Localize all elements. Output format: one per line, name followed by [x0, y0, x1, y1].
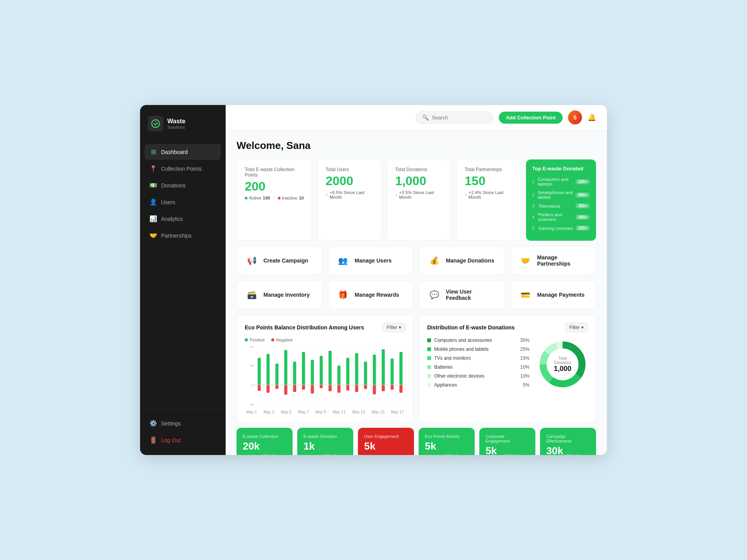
- manage-rewards-label: Manage Rewards: [355, 292, 399, 298]
- nav-item-donations[interactable]: 💵Donations: [145, 177, 221, 193]
- negative-legend-label: Negative: [276, 338, 293, 342]
- eco-chart-title: Eco Points Balance Distribution Among Us…: [245, 324, 364, 331]
- manage-payments-label: Manage Payments: [537, 292, 585, 298]
- header: 🔍 Add Collection Point S 🔔: [226, 105, 607, 130]
- svg-rect-22: [311, 385, 314, 394]
- stat-card-collection-points: Total E-waste Collection Points 200 Acti…: [237, 159, 312, 241]
- svg-rect-18: [293, 385, 296, 392]
- sidebar-nav: ⊞Dashboard📍Collection Points💵Donations👤U…: [140, 141, 226, 409]
- svg-point-0: [152, 120, 160, 128]
- manage-donations-label: Manage Donations: [446, 257, 494, 264]
- stat-label-2: Total Donations: [395, 167, 443, 172]
- donut-legend-item: Computers and accessories 35%: [427, 338, 530, 343]
- manage-partnerships-label: Manage Partnerships: [537, 254, 588, 267]
- action-card-manage-users[interactable]: 👥Manage Users: [328, 246, 414, 275]
- action-card-manage-partnerships[interactable]: 🤝Manage Partnerships: [510, 246, 596, 275]
- svg-rect-21: [311, 360, 314, 385]
- svg-rect-42: [400, 385, 403, 393]
- donut-color-dot: [427, 365, 431, 369]
- positive-legend-label: Positive: [250, 338, 265, 342]
- action-card-view-feedback[interactable]: 💬View User Feedback: [419, 280, 505, 309]
- x-axis-label: May 13: [352, 410, 365, 414]
- svg-rect-33: [364, 362, 367, 385]
- negative-legend-dot: [271, 338, 274, 341]
- manage-inventory-label: Manage Inventory: [263, 292, 310, 298]
- collection-points-icon: 📍: [149, 165, 157, 172]
- actions-row-2: 🗃️Manage Inventory🎁Manage Rewards💬View U…: [237, 280, 596, 309]
- sidebar-bottom: ⚙️ Settings 🚪 Log Out: [140, 409, 226, 455]
- stat-meta-2: ↑ +3.5% Since Last Month: [395, 190, 443, 200]
- actions-row-1: 📢Create Campaign👥Manage Users💰Manage Don…: [237, 246, 596, 275]
- action-card-manage-rewards[interactable]: 🎁Manage Rewards: [328, 280, 414, 309]
- nav-item-analytics[interactable]: 📊Analytics: [145, 211, 221, 227]
- top-ewaste-item: 1Computers and laptops200+: [532, 177, 590, 186]
- trend-text-2: +3.5% Since Last Month: [399, 190, 443, 200]
- stat-meta-0: Active 190 | Inactive 10: [245, 196, 304, 200]
- svg-rect-10: [258, 385, 261, 391]
- donut-legend-label: Mobile phones and tablets: [434, 346, 489, 352]
- nav-label-analytics: Analytics: [161, 216, 183, 222]
- bottom-stat-label: E-waste Collection: [243, 434, 286, 439]
- nav-item-dashboard[interactable]: ⊞Dashboard: [145, 144, 221, 160]
- svg-rect-40: [391, 385, 394, 390]
- donut-center-value: 1,000: [550, 365, 575, 373]
- distribution-chart-filter-button[interactable]: Filter ▾: [565, 323, 588, 332]
- trend-arrow-2: ↑: [395, 192, 398, 198]
- logout-icon: 🚪: [149, 436, 157, 444]
- stat-card-users: Total Users 2000 ↑ +6.5% Since Last Mont…: [317, 159, 382, 241]
- bottom-stat-value: 5k: [425, 440, 468, 452]
- bottom-stats-row: E-waste Collection 20k ↑ 20% E-waste Don…: [237, 428, 596, 455]
- search-input[interactable]: [432, 115, 487, 121]
- eco-chart-filter-button[interactable]: Filter ▾: [382, 323, 405, 332]
- action-card-manage-donations[interactable]: 💰Manage Donations: [419, 246, 505, 275]
- notification-bell-icon[interactable]: 🔔: [587, 113, 596, 122]
- action-card-manage-payments[interactable]: 💳Manage Payments: [510, 280, 596, 309]
- nav-item-collection-points[interactable]: 📍Collection Points: [145, 161, 221, 177]
- manage-partnerships-icon: 🤝: [519, 254, 533, 268]
- svg-rect-27: [337, 366, 340, 385]
- top-ewaste-item: 4Printers and scanners400+: [532, 212, 590, 222]
- nav-item-users[interactable]: 👤Users: [145, 194, 221, 210]
- avatar: S: [568, 110, 582, 124]
- donations-icon: 💵: [149, 182, 157, 189]
- manage-donations-icon: 💰: [427, 254, 441, 268]
- donut-legend-pct: 15%: [520, 355, 530, 361]
- dashboard-icon: ⊞: [149, 148, 157, 156]
- donut-color-dot: [427, 374, 431, 378]
- svg-rect-30: [346, 385, 349, 390]
- view-feedback-icon: 💬: [427, 288, 441, 302]
- action-card-manage-inventory[interactable]: 🗃️Manage Inventory: [237, 280, 323, 309]
- donut-legend-pct: 25%: [520, 346, 530, 352]
- x-axis-label: May 17: [391, 410, 404, 414]
- top-ewaste-item: 3Televisions300+: [532, 203, 590, 208]
- settings-nav-item[interactable]: ⚙️ Settings: [145, 415, 221, 431]
- eco-chart-header: Eco Points Balance Distribution Among Us…: [245, 323, 405, 332]
- search-box[interactable]: 🔍: [416, 111, 493, 124]
- stat-label-3: Total Partnerships: [465, 167, 512, 172]
- sidebar: Waste Solutions ⊞Dashboard📍Collection Po…: [140, 105, 226, 455]
- svg-text:0: 0: [252, 383, 254, 387]
- manage-rewards-icon: 🎁: [336, 288, 350, 302]
- distribution-chart-title: Distribution of E-waste Donations: [427, 324, 515, 331]
- stat-label-1: Total Users: [326, 167, 374, 172]
- nav-item-partnerships[interactable]: 🤝Partnerships: [145, 228, 221, 243]
- app-name: Waste: [167, 118, 186, 125]
- logo: Waste Solutions: [140, 105, 226, 141]
- action-card-create-campaign[interactable]: 📢Create Campaign: [237, 246, 323, 275]
- nav-label-users: Users: [161, 199, 175, 205]
- logout-label: Log Out: [161, 437, 181, 443]
- bottom-stat-label: Campaign Effectiveness: [546, 434, 590, 443]
- donut-legend-label: Other electronic devices: [434, 373, 484, 379]
- bar-chart-svg: 100500-50: [245, 346, 405, 408]
- svg-rect-20: [302, 385, 305, 390]
- x-axis-label: May 3: [263, 410, 274, 414]
- nav-label-partnerships: Partnerships: [161, 233, 192, 239]
- avatar-initials: S: [573, 114, 577, 121]
- donut-legend-item: Batteries 10%: [427, 364, 530, 370]
- stat-value-2: 1,000: [395, 175, 443, 187]
- manage-users-icon: 👥: [336, 254, 350, 268]
- logout-nav-item[interactable]: 🚪 Log Out: [145, 432, 221, 448]
- svg-rect-35: [373, 355, 376, 385]
- add-collection-point-button[interactable]: Add Collection Point: [499, 112, 563, 124]
- view-feedback-label: View User Feedback: [446, 289, 497, 301]
